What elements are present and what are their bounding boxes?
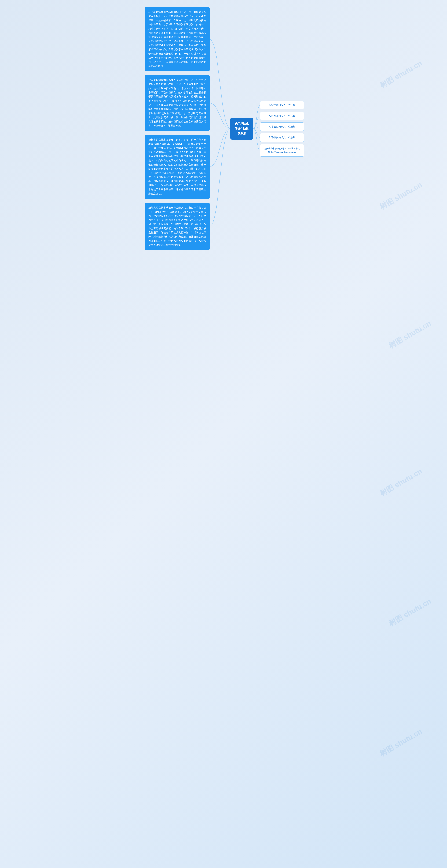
growth-box: 成长期是指技术发展和生产扩大阶段。这一阶段的资本需求相对前两阶段又有增加，一方面… (145, 134, 210, 199)
right-label-2: 风险投资的投入：导入期 (269, 115, 295, 117)
main-layout: 种子期是指技术的酝酿与发明阶段，这一时期的资金需要量很少，从创意的酝酿到实验室样… (145, 7, 302, 250)
watermark-3: 树图 shutu.cn (387, 319, 433, 351)
center-label: 关于风险投资各个阶段的探索 (235, 122, 249, 135)
right-box-1: 风险投资的投入：种子期 (260, 101, 304, 110)
right-box-5: 更多企业相关知识尽在企业法律顾问网http://www.lawtime.cn/q… (260, 144, 304, 157)
watermark-2: 树图 shutu.cn (378, 180, 424, 212)
watermark-1: 树图 shutu.cn (378, 58, 424, 90)
right-box-3: 风险投资的投入：成长期 (260, 122, 304, 131)
center-box: 关于风险投资各个阶段的探索 (231, 118, 253, 140)
right-box-2: 风险投资的投入：导入期 (260, 112, 304, 120)
mature-box: 成熟期是指技术成熟和产品进入大工业生产阶段，这一阶段的资金称作成熟资本。该阶段资… (145, 203, 210, 250)
intro-text: 导入期是指技术创新和产品试销阶段，这一阶段的经费投入显著增加。在这一阶段，企业需… (148, 79, 206, 127)
right-label-5: 更多企业相关知识尽在企业法律顾问网http://www.lawtime.cn/q… (264, 147, 300, 153)
watermark-6: 树图 shutu.cn (378, 726, 424, 759)
watermark-4: 树图 shutu.cn (378, 466, 424, 498)
right-label-1: 风险投资的投入：种子期 (269, 104, 295, 106)
right-column: 风险投资的投入：种子期 风险投资的投入：导入期 风险投资的投入：成长期 风险投资… (260, 101, 304, 157)
mature-text: 成熟期是指技术成熟和产品进入大工业生产阶段，这一阶段的资金称作成熟资本。该阶段资… (148, 206, 206, 246)
left-column: 种子期是指技术的酝酿与发明阶段，这一时期的资金需要量很少，从创意的酝酿到实验室样… (145, 7, 210, 250)
mind-map-container: 树图 shutu.cn 树图 shutu.cn 树图 shutu.cn 树图 s… (145, 7, 302, 250)
watermark-5: 树图 shutu.cn (387, 596, 433, 628)
right-label-4: 风险投资的投入：成熟期 (269, 136, 295, 139)
growth-text: 成长期是指技术发展和生产扩大阶段。这一阶段的资本需求相对前两阶段又有增加，一方面… (148, 138, 206, 195)
right-box-4: 风险投资的投入：成熟期 (260, 133, 304, 142)
intro-box: 导入期是指技术创新和产品试销阶段，这一阶段的经费投入显著增加。在这一阶段，企业需… (145, 75, 210, 131)
seed-text: 种子期是指技术的酝酿与发明阶段，这一时期的资金需要量很少，从创意的酝酿到实验室样… (148, 11, 206, 67)
seed-box: 种子期是指技术的酝酿与发明阶段，这一时期的资金需要量很少，从创意的酝酿到实验室样… (145, 7, 210, 71)
right-label-3: 风险投资的投入：成长期 (269, 125, 295, 128)
